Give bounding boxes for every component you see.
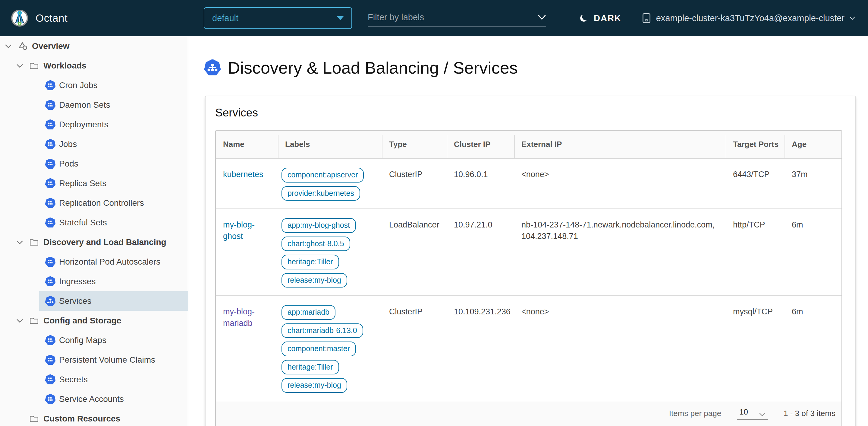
sidebar-item-stateful-sets[interactable]: Stateful Sets <box>39 213 188 232</box>
namespace-selector[interactable]: default <box>204 7 352 29</box>
replication-controllers-icon <box>45 198 59 208</box>
column-header-age: Age <box>784 131 842 159</box>
items-per-page-select[interactable]: 10 <box>737 407 768 420</box>
items-per-page-value: 10 <box>739 407 748 417</box>
label-tag[interactable]: chart:ghost-8.0.5 <box>281 236 350 251</box>
jobs-icon <box>45 139 59 149</box>
label-tag[interactable]: component:master <box>281 342 356 356</box>
sidebar-item-secrets[interactable]: Secrets <box>39 370 188 389</box>
sidebar-item-workloads[interactable]: Workloads <box>0 56 188 76</box>
sidebar-item-label: Custom Resources <box>43 414 120 424</box>
sidebar-item-overview[interactable]: Overview <box>0 36 188 56</box>
sidebar-item-label: Jobs <box>59 139 77 149</box>
chevron-down-icon <box>849 16 855 20</box>
sidebar-item-label: Replica Sets <box>59 179 106 188</box>
ingresses-icon <box>45 276 59 287</box>
sidebar-item-label: Stateful Sets <box>59 218 107 227</box>
chevron-down-icon[interactable] <box>16 63 30 68</box>
external-ip-cell: <none> <box>514 159 726 209</box>
sidebar-item-jobs[interactable]: Jobs <box>39 134 188 154</box>
type-cell: LoadBalancer <box>382 209 447 296</box>
items-per-page-label: Items per page <box>669 409 721 418</box>
label-tag[interactable]: provider:kubernetes <box>281 186 360 201</box>
label-tag[interactable]: app:mariadb <box>281 305 336 320</box>
replica-sets-icon <box>45 178 59 189</box>
sidebar-item-services[interactable]: Services <box>39 291 188 311</box>
moon-icon <box>579 13 589 23</box>
target-ports-cell: mysql/TCP <box>726 296 784 401</box>
chevron-down-icon[interactable] <box>16 318 30 323</box>
cluster-ip-cell: 10.97.21.0 <box>447 209 514 296</box>
sidebar-item-label: Overview <box>32 41 70 51</box>
table-row: kubernetes component:apiserverprovider:k… <box>216 159 842 209</box>
context-label: example-cluster-ka3TuTzYo4a@example-clus… <box>656 13 844 23</box>
octant-logo-icon <box>11 9 28 27</box>
secrets-icon <box>45 374 59 385</box>
sidebar-item-replication-controllers[interactable]: Replication Controllers <box>39 193 188 213</box>
service-name-link[interactable]: kubernetes <box>223 170 264 179</box>
sidebar-item-deployments[interactable]: Deployments <box>39 115 188 134</box>
namespace-value: default <box>212 13 239 23</box>
chevron-down-icon[interactable] <box>5 44 18 48</box>
sidebar-item-custom-resources[interactable]: Custom Resources <box>0 409 188 426</box>
cluster-ip-cell: 10.96.0.1 <box>447 159 514 209</box>
card-title: Services <box>215 107 846 119</box>
sidebar-item-discovery-and-load-balancing[interactable]: Discovery and Load Balancing <box>0 232 188 252</box>
age-cell: 6m <box>784 209 842 296</box>
label-tag[interactable]: release:my-blog <box>281 273 347 288</box>
context-selector[interactable]: example-cluster-ka3TuTzYo4a@example-clus… <box>642 0 855 36</box>
sidebar-item-label: Secrets <box>59 375 88 385</box>
label-tag[interactable]: heritage:Tiller <box>281 360 339 375</box>
chevron-down-icon[interactable] <box>538 15 546 20</box>
folder-icon <box>30 415 43 422</box>
label-tag[interactable]: chart:mariadb-6.13.0 <box>281 323 363 338</box>
sidebar-item-replica-sets[interactable]: Replica Sets <box>39 173 188 193</box>
sidebar-item-pods[interactable]: Pods <box>39 154 188 173</box>
app-title: Octant <box>36 12 67 24</box>
sidebar-item-ingresses[interactable]: Ingresses <box>39 272 188 291</box>
sidebar-item-label: Workloads <box>43 61 87 70</box>
stateful-sets-icon <box>45 218 59 228</box>
main-content: Discovery & Load Balancing / Services Se… <box>189 36 868 426</box>
label-tag[interactable]: release:my-blog <box>281 378 347 393</box>
config-maps-icon <box>45 335 59 345</box>
sidebar-item-label: Ingresses <box>59 277 96 286</box>
table-header-row: NameLabelsTypeCluster IPExternal IPTarge… <box>216 131 842 159</box>
chevron-down-icon <box>759 413 766 417</box>
sidebar-item-persistent-volume-claims[interactable]: Persistent Volume Claims <box>39 350 188 370</box>
label-filter-input[interactable]: Filter by labels <box>368 8 546 27</box>
sidebar-nav: Overview Workloads <box>0 36 188 426</box>
services-table: NameLabelsTypeCluster IPExternal IPTarge… <box>215 130 842 426</box>
label-tag[interactable]: app:my-blog-ghost <box>281 218 356 233</box>
sidebar-item-daemon-sets[interactable]: Daemon Sets <box>39 95 188 115</box>
theme-toggle[interactable]: DARK <box>579 0 621 36</box>
chevron-down-icon[interactable] <box>16 240 30 245</box>
sidebar-item-label: Horizontal Pod Autoscalers <box>59 257 160 267</box>
pagination: Items per page 10 1 - 3 of 3 items <box>216 401 842 426</box>
sidebar-item-service-accounts[interactable]: Service Accounts <box>39 389 188 409</box>
folder-icon <box>30 62 43 69</box>
sidebar-item-horizontal-pod-autoscalers[interactable]: Horizontal Pod Autoscalers <box>39 252 188 272</box>
pagination-range: 1 - 3 of 3 items <box>784 409 835 418</box>
column-header-name: Name <box>216 131 278 159</box>
table-footer-row: Items per page 10 1 - 3 of 3 items <box>216 401 842 426</box>
sidebar-item-config-and-storage[interactable]: Config and Storage <box>0 311 188 330</box>
persistent-volume-claims-icon <box>45 355 59 365</box>
service-name-link[interactable]: my-blog-mariadb <box>223 307 255 328</box>
age-cell: 37m <box>784 159 842 209</box>
cluster-ip-cell: 10.109.231.236 <box>447 296 514 401</box>
services-icon <box>204 59 221 76</box>
cron-jobs-icon <box>45 80 59 90</box>
sidebar-item-label: Pods <box>59 159 79 169</box>
target-ports-cell: http/TCP <box>726 209 784 296</box>
column-header-labels: Labels <box>278 131 382 159</box>
age-cell: 6m <box>784 296 842 401</box>
label-tag[interactable]: heritage:Tiller <box>281 255 339 269</box>
services-icon <box>45 296 59 306</box>
sidebar-item-config-maps[interactable]: Config Maps <box>39 330 188 350</box>
service-name-link[interactable]: my-blog-ghost <box>223 220 255 241</box>
label-tag[interactable]: component:apiserver <box>281 168 364 182</box>
pods-icon <box>45 159 59 169</box>
sidebar-item-cron-jobs[interactable]: Cron Jobs <box>39 76 188 95</box>
folder-icon <box>30 317 43 324</box>
